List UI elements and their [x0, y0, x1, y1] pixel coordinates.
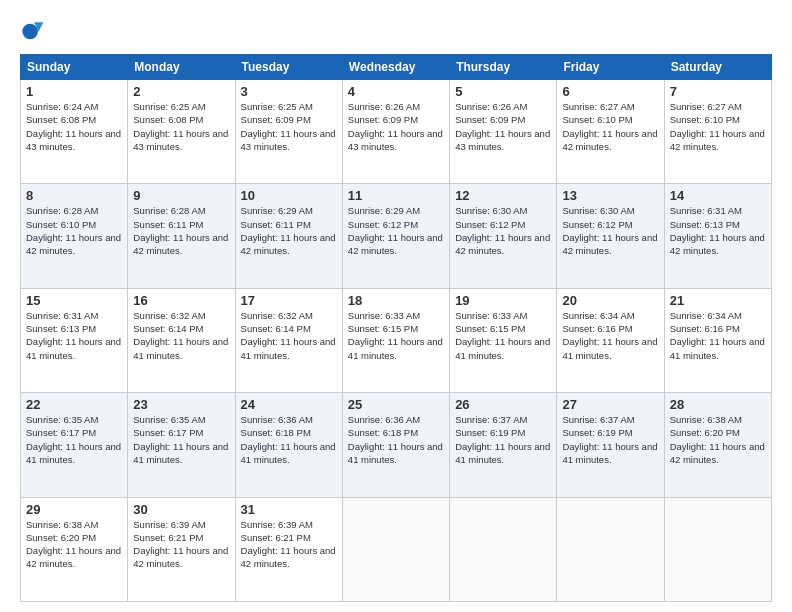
calendar-cell: 27Sunrise: 6:37 AMSunset: 6:19 PMDayligh… — [557, 393, 664, 497]
day-number: 10 — [241, 188, 337, 203]
day-number: 27 — [562, 397, 658, 412]
day-number: 9 — [133, 188, 229, 203]
calendar-header-thursday: Thursday — [450, 55, 557, 80]
day-info: Sunrise: 6:25 AMSunset: 6:08 PMDaylight:… — [133, 100, 229, 153]
day-number: 12 — [455, 188, 551, 203]
day-info: Sunrise: 6:35 AMSunset: 6:17 PMDaylight:… — [133, 413, 229, 466]
day-info: Sunrise: 6:32 AMSunset: 6:14 PMDaylight:… — [241, 309, 337, 362]
header — [20, 16, 772, 44]
day-info: Sunrise: 6:31 AMSunset: 6:13 PMDaylight:… — [26, 309, 122, 362]
calendar-cell: 24Sunrise: 6:36 AMSunset: 6:18 PMDayligh… — [235, 393, 342, 497]
calendar-cell — [450, 497, 557, 601]
day-info: Sunrise: 6:26 AMSunset: 6:09 PMDaylight:… — [455, 100, 551, 153]
day-info: Sunrise: 6:30 AMSunset: 6:12 PMDaylight:… — [455, 204, 551, 257]
calendar-cell: 5Sunrise: 6:26 AMSunset: 6:09 PMDaylight… — [450, 80, 557, 184]
day-number: 6 — [562, 84, 658, 99]
calendar-cell: 1Sunrise: 6:24 AMSunset: 6:08 PMDaylight… — [21, 80, 128, 184]
day-number: 7 — [670, 84, 766, 99]
day-info: Sunrise: 6:28 AMSunset: 6:10 PMDaylight:… — [26, 204, 122, 257]
day-number: 14 — [670, 188, 766, 203]
day-number: 31 — [241, 502, 337, 517]
calendar-cell: 3Sunrise: 6:25 AMSunset: 6:09 PMDaylight… — [235, 80, 342, 184]
day-info: Sunrise: 6:29 AMSunset: 6:12 PMDaylight:… — [348, 204, 444, 257]
day-info: Sunrise: 6:36 AMSunset: 6:18 PMDaylight:… — [241, 413, 337, 466]
day-info: Sunrise: 6:30 AMSunset: 6:12 PMDaylight:… — [562, 204, 658, 257]
day-info: Sunrise: 6:28 AMSunset: 6:11 PMDaylight:… — [133, 204, 229, 257]
calendar-cell — [557, 497, 664, 601]
calendar-week-1: 1Sunrise: 6:24 AMSunset: 6:08 PMDaylight… — [21, 80, 772, 184]
calendar-cell: 16Sunrise: 6:32 AMSunset: 6:14 PMDayligh… — [128, 288, 235, 392]
calendar-cell: 2Sunrise: 6:25 AMSunset: 6:08 PMDaylight… — [128, 80, 235, 184]
calendar-cell: 8Sunrise: 6:28 AMSunset: 6:10 PMDaylight… — [21, 184, 128, 288]
day-number: 21 — [670, 293, 766, 308]
calendar-week-3: 15Sunrise: 6:31 AMSunset: 6:13 PMDayligh… — [21, 288, 772, 392]
day-number: 4 — [348, 84, 444, 99]
calendar-header-monday: Monday — [128, 55, 235, 80]
calendar-week-2: 8Sunrise: 6:28 AMSunset: 6:10 PMDaylight… — [21, 184, 772, 288]
page: SundayMondayTuesdayWednesdayThursdayFrid… — [0, 0, 792, 612]
calendar-cell: 17Sunrise: 6:32 AMSunset: 6:14 PMDayligh… — [235, 288, 342, 392]
day-info: Sunrise: 6:37 AMSunset: 6:19 PMDaylight:… — [562, 413, 658, 466]
day-info: Sunrise: 6:38 AMSunset: 6:20 PMDaylight:… — [26, 518, 122, 571]
calendar-cell: 4Sunrise: 6:26 AMSunset: 6:09 PMDaylight… — [342, 80, 449, 184]
calendar-cell: 28Sunrise: 6:38 AMSunset: 6:20 PMDayligh… — [664, 393, 771, 497]
calendar-cell: 20Sunrise: 6:34 AMSunset: 6:16 PMDayligh… — [557, 288, 664, 392]
day-number: 26 — [455, 397, 551, 412]
calendar-cell: 18Sunrise: 6:33 AMSunset: 6:15 PMDayligh… — [342, 288, 449, 392]
day-number: 1 — [26, 84, 122, 99]
day-number: 22 — [26, 397, 122, 412]
day-number: 20 — [562, 293, 658, 308]
calendar-cell: 22Sunrise: 6:35 AMSunset: 6:17 PMDayligh… — [21, 393, 128, 497]
day-number: 23 — [133, 397, 229, 412]
day-info: Sunrise: 6:39 AMSunset: 6:21 PMDaylight:… — [241, 518, 337, 571]
svg-point-0 — [22, 24, 38, 40]
calendar-cell: 21Sunrise: 6:34 AMSunset: 6:16 PMDayligh… — [664, 288, 771, 392]
day-number: 17 — [241, 293, 337, 308]
calendar-cell: 31Sunrise: 6:39 AMSunset: 6:21 PMDayligh… — [235, 497, 342, 601]
calendar-header-tuesday: Tuesday — [235, 55, 342, 80]
calendar-cell: 10Sunrise: 6:29 AMSunset: 6:11 PMDayligh… — [235, 184, 342, 288]
day-number: 19 — [455, 293, 551, 308]
calendar-header-saturday: Saturday — [664, 55, 771, 80]
day-info: Sunrise: 6:38 AMSunset: 6:20 PMDaylight:… — [670, 413, 766, 466]
calendar-cell — [342, 497, 449, 601]
day-number: 11 — [348, 188, 444, 203]
logo-icon — [20, 16, 48, 44]
calendar-cell: 29Sunrise: 6:38 AMSunset: 6:20 PMDayligh… — [21, 497, 128, 601]
calendar-cell: 13Sunrise: 6:30 AMSunset: 6:12 PMDayligh… — [557, 184, 664, 288]
day-number: 30 — [133, 502, 229, 517]
calendar-cell: 25Sunrise: 6:36 AMSunset: 6:18 PMDayligh… — [342, 393, 449, 497]
day-number: 25 — [348, 397, 444, 412]
calendar-cell: 6Sunrise: 6:27 AMSunset: 6:10 PMDaylight… — [557, 80, 664, 184]
day-number: 29 — [26, 502, 122, 517]
calendar-cell: 23Sunrise: 6:35 AMSunset: 6:17 PMDayligh… — [128, 393, 235, 497]
calendar-cell: 12Sunrise: 6:30 AMSunset: 6:12 PMDayligh… — [450, 184, 557, 288]
calendar-cell: 19Sunrise: 6:33 AMSunset: 6:15 PMDayligh… — [450, 288, 557, 392]
day-number: 18 — [348, 293, 444, 308]
day-info: Sunrise: 6:34 AMSunset: 6:16 PMDaylight:… — [562, 309, 658, 362]
day-info: Sunrise: 6:27 AMSunset: 6:10 PMDaylight:… — [670, 100, 766, 153]
day-number: 13 — [562, 188, 658, 203]
calendar-cell: 15Sunrise: 6:31 AMSunset: 6:13 PMDayligh… — [21, 288, 128, 392]
calendar-cell: 7Sunrise: 6:27 AMSunset: 6:10 PMDaylight… — [664, 80, 771, 184]
day-number: 2 — [133, 84, 229, 99]
day-number: 16 — [133, 293, 229, 308]
logo — [20, 16, 52, 44]
day-info: Sunrise: 6:35 AMSunset: 6:17 PMDaylight:… — [26, 413, 122, 466]
day-number: 8 — [26, 188, 122, 203]
day-info: Sunrise: 6:33 AMSunset: 6:15 PMDaylight:… — [455, 309, 551, 362]
day-info: Sunrise: 6:34 AMSunset: 6:16 PMDaylight:… — [670, 309, 766, 362]
day-number: 15 — [26, 293, 122, 308]
calendar-cell — [664, 497, 771, 601]
day-number: 3 — [241, 84, 337, 99]
calendar-table: SundayMondayTuesdayWednesdayThursdayFrid… — [20, 54, 772, 602]
calendar-week-4: 22Sunrise: 6:35 AMSunset: 6:17 PMDayligh… — [21, 393, 772, 497]
day-info: Sunrise: 6:31 AMSunset: 6:13 PMDaylight:… — [670, 204, 766, 257]
calendar-cell: 30Sunrise: 6:39 AMSunset: 6:21 PMDayligh… — [128, 497, 235, 601]
day-info: Sunrise: 6:26 AMSunset: 6:09 PMDaylight:… — [348, 100, 444, 153]
calendar-header-row: SundayMondayTuesdayWednesdayThursdayFrid… — [21, 55, 772, 80]
day-info: Sunrise: 6:27 AMSunset: 6:10 PMDaylight:… — [562, 100, 658, 153]
calendar-week-5: 29Sunrise: 6:38 AMSunset: 6:20 PMDayligh… — [21, 497, 772, 601]
day-info: Sunrise: 6:37 AMSunset: 6:19 PMDaylight:… — [455, 413, 551, 466]
day-info: Sunrise: 6:33 AMSunset: 6:15 PMDaylight:… — [348, 309, 444, 362]
